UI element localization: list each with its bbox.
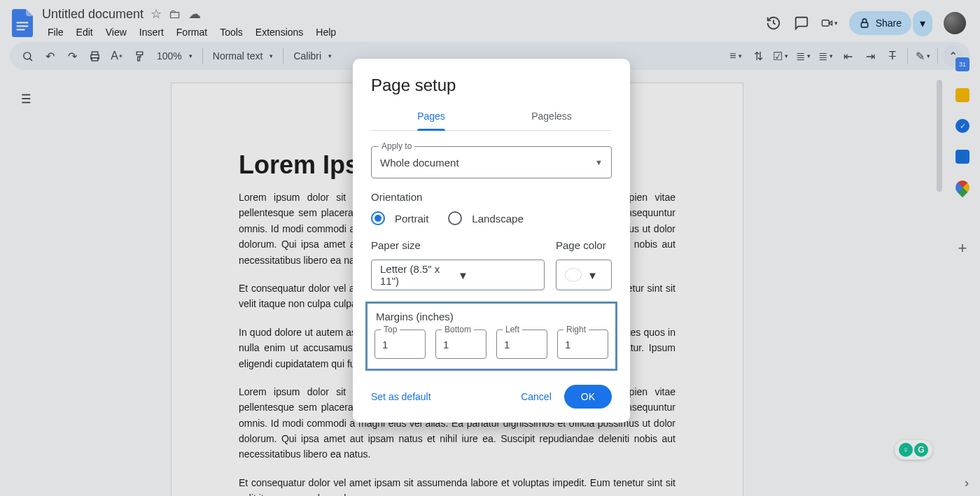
paper-size-select[interactable]: Letter (8.5" x 11") ▼	[371, 260, 545, 290]
ok-button[interactable]: OK	[564, 385, 612, 409]
radio-portrait-label: Portrait	[395, 213, 428, 225]
margin-top-label: Top	[381, 325, 400, 334]
set-default-button[interactable]: Set as default	[371, 391, 431, 402]
page-color-group: Page color ▼	[556, 239, 612, 290]
chevron-down-icon: ▼	[587, 269, 603, 281]
margin-right-field[interactable]: Right	[557, 330, 608, 359]
paper-size-group: Paper size Letter (8.5" x 11") ▼	[371, 239, 545, 290]
color-swatch-icon	[565, 268, 582, 282]
dialog-title: Page setup	[353, 76, 630, 102]
paper-size-label: Paper size	[371, 239, 545, 251]
radio-icon	[448, 211, 462, 225]
margin-bottom-field[interactable]: Bottom	[435, 330, 486, 359]
margin-bottom-input[interactable]	[436, 330, 486, 358]
cancel-button[interactable]: Cancel	[521, 391, 552, 402]
orientation-group: Portrait Landscape	[371, 211, 612, 225]
margin-right-input[interactable]	[558, 330, 608, 358]
page-color-label: Page color	[556, 239, 612, 251]
page-color-select[interactable]: ▼	[556, 260, 612, 290]
radio-icon	[371, 211, 385, 225]
orientation-label: Orientation	[371, 191, 612, 203]
margin-bottom-label: Bottom	[442, 325, 474, 334]
radio-portrait[interactable]: Portrait	[371, 211, 428, 225]
margins-highlight: Margins (inches) Top Bottom Left Right	[365, 302, 617, 371]
radio-landscape[interactable]: Landscape	[448, 211, 523, 225]
apply-to-value: Whole document	[380, 157, 595, 169]
margin-right-label: Right	[564, 325, 589, 334]
paper-size-value: Letter (8.5" x 11")	[380, 263, 458, 287]
margin-left-field[interactable]: Left	[496, 330, 547, 359]
apply-to-label: Apply to	[379, 141, 414, 151]
margin-top-input[interactable]	[375, 330, 425, 358]
tab-pageless[interactable]: Pageless	[491, 102, 612, 130]
dialog-tabs: Pages Pageless	[371, 102, 612, 131]
tab-pages[interactable]: Pages	[371, 102, 491, 130]
chevron-down-icon: ▼	[458, 269, 536, 281]
margin-left-label: Left	[503, 325, 522, 334]
radio-landscape-label: Landscape	[472, 213, 523, 225]
margin-top-field[interactable]: Top	[374, 330, 426, 359]
margin-left-input[interactable]	[497, 330, 547, 358]
apply-to-select[interactable]: Apply to Whole document ▼	[371, 146, 612, 178]
margins-label: Margins (inches)	[374, 311, 608, 323]
page-setup-dialog: Page setup Pages Pageless Apply to Whole…	[353, 59, 630, 423]
chevron-down-icon: ▼	[595, 158, 603, 166]
